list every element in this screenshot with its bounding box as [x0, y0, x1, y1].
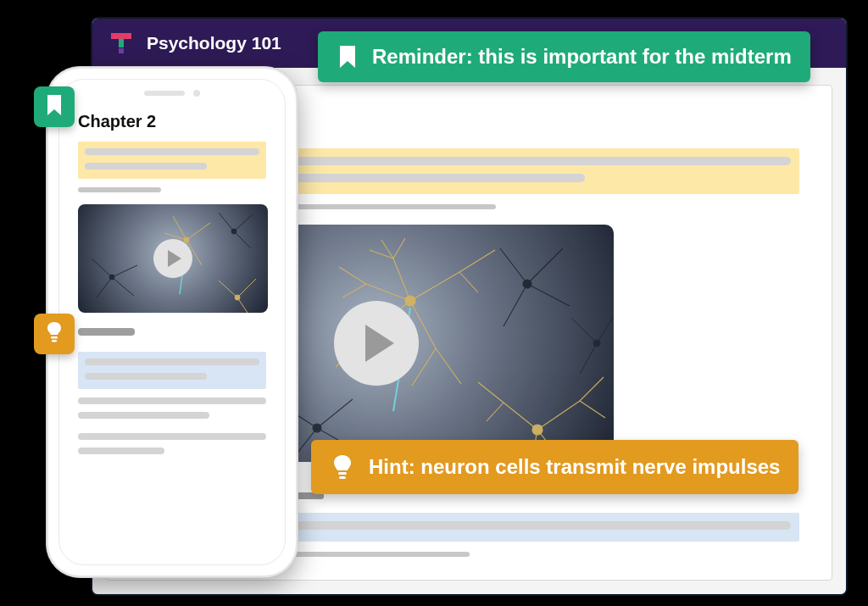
phone-chapter-video[interactable]	[78, 204, 268, 313]
app-logo	[109, 31, 133, 55]
svg-rect-15	[339, 476, 346, 479]
wireframe-line	[78, 328, 135, 336]
play-icon[interactable]	[334, 301, 419, 386]
phone-notch	[138, 88, 206, 98]
course-title: Psychology 101	[147, 33, 281, 53]
lightbulb-icon	[330, 454, 355, 480]
reminder-callout[interactable]: Reminder: this is important for the midt…	[318, 31, 810, 82]
bookmark-chip[interactable]	[34, 86, 75, 127]
wireframe-line	[78, 412, 209, 419]
phone-device: Chapter 2	[46, 66, 298, 578]
svg-rect-14	[338, 472, 347, 475]
bookmark-icon	[46, 94, 63, 120]
svg-rect-16	[51, 336, 58, 339]
svg-rect-1	[119, 39, 124, 47]
wireframe-line	[78, 187, 161, 192]
phone-chapter-heading: Chapter 2	[78, 112, 266, 131]
hint-text: Hint: neuron cells transmit nerve impuls…	[369, 455, 780, 479]
bookmark-icon	[337, 44, 359, 69]
svg-rect-2	[119, 48, 124, 53]
play-icon[interactable]	[153, 239, 192, 278]
hint-callout[interactable]: Hint: neuron cells transmit nerve impuls…	[311, 440, 798, 494]
reminder-text: Reminder: this is important for the midt…	[372, 45, 792, 69]
wireframe-line	[78, 433, 266, 440]
svg-rect-0	[111, 33, 131, 39]
phone-screen: Chapter 2	[58, 79, 286, 565]
svg-rect-17	[52, 340, 57, 342]
phone-highlighted-paragraph[interactable]	[78, 142, 266, 179]
phone-selected-paragraph[interactable]	[78, 352, 266, 389]
wireframe-line	[78, 398, 266, 404]
wireframe-line	[78, 448, 164, 454]
hint-chip[interactable]	[34, 314, 75, 354]
lightbulb-icon	[45, 321, 64, 347]
